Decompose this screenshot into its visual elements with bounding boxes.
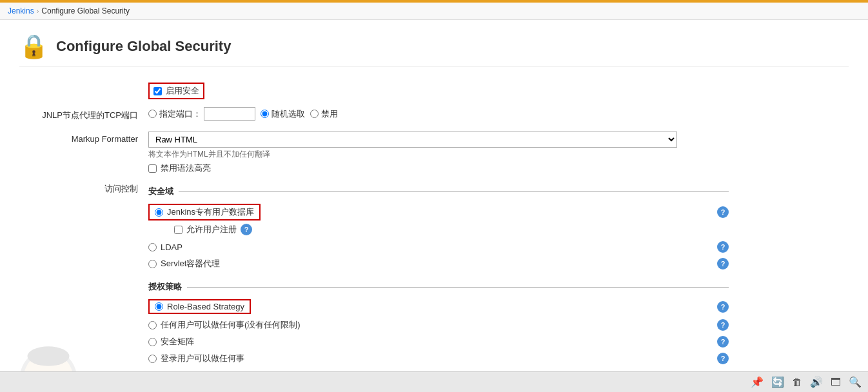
svg-point-4	[28, 346, 70, 366]
jnlp-port-input[interactable]	[204, 107, 255, 121]
servlet-help-icon[interactable]: ?	[717, 258, 729, 270]
taskbar-refresh-icon[interactable]: 🔄	[771, 376, 784, 388]
breadcrumb-separator: ›	[37, 7, 39, 15]
authorization-title-row: 授权策略	[148, 281, 729, 293]
disable-syntax-checkbox[interactable]	[148, 164, 157, 173]
enable-security-label-spacer	[19, 83, 148, 85]
allow-register-checkbox[interactable]	[174, 226, 182, 234]
ldap-label-wrap[interactable]: LDAP	[148, 242, 182, 252]
role-based-radio[interactable]	[155, 302, 163, 311]
markup-formatter-control: Raw HTML Plain Text 将文本作为HTML并且不加任何翻译 禁用…	[148, 132, 729, 174]
jnlp-port-row: JNLP节点代理的TCP端口 指定端口： 随机选取 禁用	[19, 107, 729, 125]
allow-register-label: 允许用户注册	[186, 224, 237, 235]
access-control-content: 安全域 Jenkins专有用户数据库 ?	[148, 181, 729, 366]
taskbar: 📌 🔄 🗑 🔊 🗖 🔍	[0, 371, 868, 392]
breadcrumb: Jenkins › Configure Global Security	[0, 3, 868, 20]
ldap-radio[interactable]	[148, 243, 157, 251]
markup-description: 将文本作为HTML并且不加任何翻译	[148, 149, 729, 160]
security-realm-block: 安全域 Jenkins专有用户数据库 ?	[148, 186, 729, 271]
anyone-help-icon[interactable]: ?	[717, 319, 729, 331]
matrix-label: 安全矩阵	[161, 336, 194, 348]
breadcrumb-current: Configure Global Security	[41, 6, 130, 15]
markup-syntax-row: 禁用语法高亮	[148, 162, 729, 174]
logged-in-label: 登录用户可以做任何事	[161, 353, 244, 364]
jnlp-port-label: JNLP节点代理的TCP端口	[19, 107, 148, 121]
main-content: 🔒 Configure Global Security 启用安全 JNLP节点代…	[0, 20, 868, 392]
security-realm-divider	[179, 191, 729, 192]
security-option-servlet-left: Servlet容器代理	[148, 258, 220, 270]
jnlp-port-fixed-radio[interactable]	[148, 110, 157, 118]
access-control-row: 访问控制 安全域 Jenkins专有用户数据库	[19, 181, 729, 366]
jnlp-port-disable-radio[interactable]	[310, 110, 319, 118]
allow-register-sub-option: 允许用户注册 ?	[174, 222, 729, 237]
enable-security-row: 启用安全	[19, 83, 729, 101]
enable-security-control: 启用安全	[148, 83, 729, 99]
enable-security-box[interactable]: 启用安全	[148, 83, 204, 99]
jnlp-port-random-radio[interactable]	[261, 110, 269, 118]
jenkins-db-help-icon[interactable]: ?	[717, 206, 729, 218]
role-based-highlight-box[interactable]: Role-Based Strategy	[148, 299, 251, 314]
logged-in-radio[interactable]	[148, 355, 157, 363]
enable-security-checkbox[interactable]	[153, 87, 162, 95]
authorization-title: 授权策略	[148, 281, 182, 293]
security-option-ldap: LDAP ?	[148, 240, 729, 254]
taskbar-search-icon[interactable]: 🔍	[849, 376, 862, 388]
jnlp-port-fixed-option: 指定端口：	[148, 107, 255, 121]
anyone-label-wrap[interactable]: 任何用户可以做任何事(没有任何限制)	[148, 319, 301, 331]
anyone-radio[interactable]	[148, 321, 157, 329]
jnlp-port-disable-label: 禁用	[321, 108, 338, 120]
security-realm-title-row: 安全域	[148, 186, 729, 197]
ldap-help-icon[interactable]: ?	[717, 241, 729, 253]
taskbar-window-icon[interactable]: 🗖	[831, 377, 841, 388]
jenkins-db-label: Jenkins专有用户数据库	[167, 206, 254, 218]
allow-register-help-icon[interactable]: ?	[241, 224, 252, 235]
role-based-help-icon[interactable]: ?	[717, 301, 729, 313]
form-section: 启用安全 JNLP节点代理的TCP端口 指定端口： 随机选取	[19, 83, 729, 392]
page-title: Configure Global Security	[56, 38, 231, 55]
ldap-label: LDAP	[161, 242, 182, 252]
security-option-jenkins-db: Jenkins专有用户数据库 ?	[148, 202, 729, 222]
auth-option-logged-in: 登录用户可以做任何事 ?	[148, 351, 729, 366]
authorization-block: 授权策略 Role-Based Strategy ?	[148, 281, 729, 366]
jnlp-port-disable-option: 禁用	[310, 108, 338, 120]
jnlp-port-radio-group: 指定端口： 随机选取 禁用	[148, 107, 729, 121]
matrix-help-icon[interactable]: ?	[717, 336, 729, 348]
auth-option-anyone-left: 任何用户可以做任何事(没有任何限制)	[148, 319, 301, 331]
security-option-servlet: Servlet容器代理 ?	[148, 257, 729, 271]
jenkins-db-highlight-box[interactable]: Jenkins专有用户数据库	[148, 204, 261, 220]
servlet-label: Servlet容器代理	[161, 258, 220, 270]
security-option-ldap-left: LDAP	[148, 242, 182, 252]
auth-option-logged-in-left: 登录用户可以做任何事	[148, 353, 244, 364]
servlet-label-wrap[interactable]: Servlet容器代理	[148, 258, 220, 270]
role-based-label: Role-Based Strategy	[167, 302, 244, 311]
servlet-radio[interactable]	[148, 260, 157, 268]
jnlp-port-random-option: 随机选取	[261, 108, 305, 120]
matrix-radio[interactable]	[148, 338, 157, 346]
auth-option-anyone: 任何用户可以做任何事(没有任何限制) ?	[148, 318, 729, 332]
anyone-label: 任何用户可以做任何事(没有任何限制)	[161, 319, 301, 331]
auth-option-matrix: 安全矩阵 ?	[148, 335, 729, 349]
lock-icon: 🔒	[19, 33, 48, 60]
security-realm-title: 安全域	[148, 186, 173, 197]
jnlp-port-random-label: 随机选取	[271, 108, 305, 120]
markup-formatter-row: Markup Formatter Raw HTML Plain Text 将文本…	[19, 132, 729, 174]
page-header: 🔒 Configure Global Security	[19, 33, 849, 67]
auth-option-role-based: Role-Based Strategy ?	[148, 298, 729, 315]
logged-in-label-wrap[interactable]: 登录用户可以做任何事	[148, 353, 244, 364]
breadcrumb-home[interactable]: Jenkins	[8, 6, 34, 15]
enable-security-text: 启用安全	[166, 85, 199, 97]
matrix-label-wrap[interactable]: 安全矩阵	[148, 336, 194, 348]
taskbar-volume-icon[interactable]: 🔊	[810, 376, 823, 388]
security-option-jenkins-db-left: Jenkins专有用户数据库	[148, 204, 261, 220]
jenkins-db-radio[interactable]	[155, 208, 163, 217]
logged-in-help-icon[interactable]: ?	[717, 353, 729, 364]
taskbar-pin-icon[interactable]: 📌	[751, 376, 764, 388]
access-control-label: 访问控制	[19, 181, 148, 195]
jnlp-port-fixed-label: 指定端口：	[159, 108, 201, 120]
markup-formatter-select[interactable]: Raw HTML Plain Text	[148, 132, 677, 148]
auth-option-matrix-left: 安全矩阵	[148, 336, 194, 348]
jnlp-port-control: 指定端口： 随机选取 禁用	[148, 107, 729, 121]
auth-option-role-based-left: Role-Based Strategy	[148, 299, 251, 314]
authorization-divider	[187, 287, 729, 288]
taskbar-delete-icon[interactable]: 🗑	[792, 377, 802, 388]
